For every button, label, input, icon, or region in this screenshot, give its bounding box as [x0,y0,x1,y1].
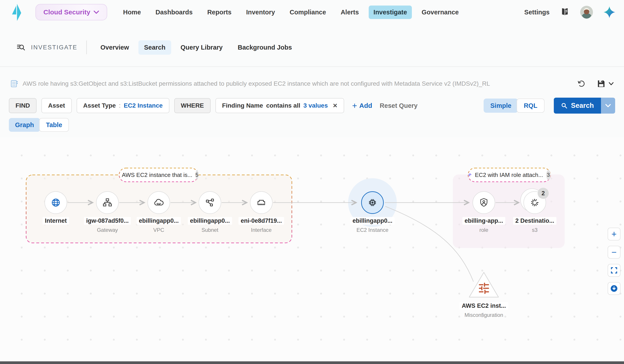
graph-view-tab[interactable]: Graph [9,118,40,132]
minus-icon: − [611,247,617,257]
vpc-cloud-icon [154,197,164,208]
globe-icon [51,198,61,208]
find-keyword-chip[interactable]: FIND [9,98,37,113]
values-link[interactable]: 3 values [303,102,328,109]
mode-rql-toggle[interactable]: RQL [517,99,544,113]
main-nav: Home Dashboards Reports Inventory Compli… [118,5,464,19]
saved-query-name: AWS role having s3:GetObject and s3:List… [23,80,570,87]
graph-canvas[interactable]: AWS EC2 instance that is... 5 EC2 with I… [0,137,624,361]
asset-type-chip[interactable]: Asset Type : EC2 Instance [77,98,169,113]
nav-item-investigate[interactable]: Investigate [369,5,412,19]
mode-simple-toggle[interactable]: Simple [484,99,518,113]
search-icon [561,102,568,109]
prisma-cloud-logo-icon[interactable] [603,6,616,18]
node-iam-role[interactable] [472,191,495,214]
asset-chip[interactable]: Asset [41,98,72,113]
nav-item-inventory[interactable]: Inventory [241,5,280,19]
nav-item-dashboards[interactable]: Dashboards [151,5,198,19]
nav-item-compliance[interactable]: Compliance [285,5,331,19]
group-label-text: AWS EC2 instance that is... [122,172,192,179]
product-switcher-label: Cloud Security [43,8,90,16]
canvas-controls: + − [608,228,621,295]
gateway-sitemap-icon [102,198,112,208]
divider [0,66,624,67]
docs-book-icon[interactable] [560,7,570,17]
chevron-down-icon [608,82,614,85]
nav-item-reports[interactable]: Reports [202,5,236,19]
node-label-ec2-instance[interactable]: ebillingapp0... EC2 Instance [339,217,406,233]
vendor-logo-icon [11,3,23,22]
download-icon [610,285,618,292]
node-internet[interactable] [45,191,67,214]
finding-name-chip[interactable]: Finding Name contains all 3 values ✕ [215,98,344,113]
ethernet-port-icon [256,198,266,208]
top-nav: Cloud Security Home Dashboards Reports I… [0,0,624,24]
tab-query-library[interactable]: Query Library [175,40,228,55]
node-vpc[interactable] [148,191,170,214]
s3-count-badge: 2 [538,188,549,199]
investigate-subnav: INVESTIGATE Overview Search Query Librar… [0,33,624,62]
divider [86,41,87,54]
undo-icon[interactable] [577,79,586,88]
tab-background-jobs[interactable]: Background Jobs [232,40,298,55]
query-builder: FIND Asset Asset Type : EC2 Instance WHE… [9,97,615,114]
nav-item-home[interactable]: Home [118,5,146,19]
node-label-interface[interactable]: eni-0e8d7f19... Interface [228,217,294,233]
builder-right-actions: Simple RQL Search [484,98,615,114]
chevron-down-icon [605,104,611,108]
section-label: INVESTIGATE [31,44,78,51]
group-count-badge: 3 [546,170,550,180]
cpu-chip-icon [367,197,378,208]
bottom-edge-bar [0,361,624,364]
group-count-badge: 5 [196,170,198,180]
fullscreen-button[interactable] [608,264,621,277]
asset-type-label: Asset Type [83,102,116,109]
tab-search[interactable]: Search [138,40,171,55]
zoom-in-button[interactable]: + [608,228,621,240]
field-label: Finding Name [222,102,263,109]
group-label-public-exposure[interactable]: AWS EC2 instance that is... 5 [119,168,198,182]
add-condition-button[interactable]: + Add [352,102,372,110]
node-interface[interactable] [250,191,273,214]
node-gateway[interactable] [96,191,119,214]
chevron-down-icon [93,10,99,14]
remove-filter-icon[interactable]: ✕ [333,102,338,109]
table-view-tab[interactable]: Table [39,118,69,132]
asset-type-value[interactable]: EC2 Instance [124,102,163,109]
colon-separator: : [119,102,121,109]
search-button[interactable]: Search [554,98,615,114]
investigate-search-icon [16,43,26,52]
plus-icon: + [352,102,357,110]
group-label-text: EC2 with IAM role attach... [475,172,543,179]
result-view-tabs: Graph Table [9,118,69,132]
subnav-tabs: Overview Search Query Library Background… [95,40,298,55]
zoom-out-button[interactable]: − [608,246,621,259]
where-keyword-chip[interactable]: WHERE [174,98,210,113]
top-right-actions: Settings [524,6,616,19]
saved-query-row: AWS role having s3:GetObject and s3:List… [10,75,614,93]
node-label-s3[interactable]: 2 Destinatio... s3 [501,217,568,233]
plus-icon: + [611,229,617,239]
reset-query-button[interactable]: Reset Query [380,102,418,109]
product-switcher[interactable]: Cloud Security [35,4,107,20]
node-subnet[interactable] [199,191,221,214]
iam-fingerprint-icon [468,171,472,179]
download-button[interactable] [608,282,621,295]
node-misconfiguration[interactable] [467,270,500,301]
search-options-caret[interactable] [601,98,615,114]
tab-overview[interactable]: Overview [95,40,135,55]
multi-destination-spinner-icon [530,198,540,208]
subnet-nodes-icon [205,198,215,208]
operator-label: contains all [266,102,300,109]
group-label-iam-role[interactable]: EC2 with IAM role attach... 3 [468,168,550,182]
user-avatar[interactable] [580,6,593,19]
shield-user-icon [479,198,489,208]
node-label-misconfiguration[interactable]: AWS EC2 inst... Misconfiguration [451,302,517,318]
fullscreen-icon [611,267,617,274]
settings-link[interactable]: Settings [524,9,550,16]
node-ec2-instance[interactable] [361,191,384,214]
saved-query-icon [10,79,19,88]
nav-item-alerts[interactable]: Alerts [336,5,364,19]
save-icon[interactable] [597,79,614,88]
nav-item-governance[interactable]: Governance [417,5,464,19]
